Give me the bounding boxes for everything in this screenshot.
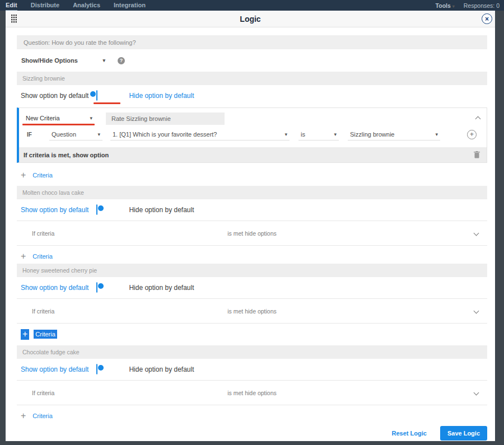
if-label: IF: [24, 132, 40, 138]
plus-icon[interactable]: +: [21, 329, 29, 340]
criteria-card: New Criteria ▾ Rate Sizzling brownie IF …: [17, 107, 487, 163]
condition-value-dropdown[interactable]: Sizzling brownie ▾: [348, 129, 440, 140]
question-bar: Question: How do you rate the following?: [17, 35, 487, 49]
save-logic-button[interactable]: Save Logic: [440, 426, 487, 441]
condition-question-value: 1. [Q1] Which is your favorite dessert?: [113, 131, 217, 138]
tab-integration[interactable]: Integration: [114, 1, 146, 10]
annotation-underline: [94, 102, 120, 104]
tab-edit[interactable]: Edit: [6, 1, 17, 11]
show-hide-toggle[interactable]: [96, 90, 97, 101]
add-condition-icon[interactable]: +: [467, 130, 477, 139]
logic-type-dropdown[interactable]: Show/Hide Options ▾: [21, 57, 105, 64]
tab-distribute[interactable]: Distribute: [31, 1, 59, 10]
add-criteria-label[interactable]: Criteria: [32, 413, 52, 419]
criteria-condition-row: IF Question ▾ 1. [Q1] Which is your favo…: [19, 127, 487, 147]
condition-operator-value: is: [301, 131, 305, 138]
show-option-label[interactable]: Show option by default: [21, 92, 88, 100]
toggle-knob: [98, 365, 104, 371]
condition-operator-dropdown[interactable]: is ▾: [298, 129, 339, 140]
toggle-row: Show option by default Hide option by de…: [17, 362, 487, 377]
annotation-underline: [22, 124, 95, 125]
criteria-name-dropdown[interactable]: New Criteria ▾: [24, 113, 94, 124]
toggle-row: Show option by default Hide option by de…: [17, 88, 487, 103]
show-option-label[interactable]: Show option by default: [21, 206, 88, 214]
show-option-label[interactable]: Show option by default: [21, 366, 88, 373]
show-hide-toggle[interactable]: [96, 364, 97, 374]
add-criteria-label[interactable]: Criteria: [34, 330, 57, 339]
criteria-result-text: If criteria is met, show option: [24, 152, 109, 158]
hide-option-label[interactable]: Hide option by default: [129, 284, 194, 292]
logic-modal: Logic × Question: How do you rate the fo…: [6, 11, 495, 441]
collapsed-criteria-left: If criteria: [32, 390, 54, 396]
responses-count: Responses: 0: [464, 2, 500, 9]
chevron-down-icon: ▾: [284, 132, 287, 137]
chevron-down-icon[interactable]: [474, 308, 479, 314]
add-criteria-link[interactable]: + Criteria: [17, 251, 487, 261]
close-icon[interactable]: ×: [482, 13, 492, 24]
trash-icon[interactable]: [474, 151, 480, 158]
condition-subject-value: Question: [52, 131, 76, 138]
help-icon[interactable]: ?: [118, 57, 125, 64]
modal-content: Question: How do you rate the following?…: [6, 27, 495, 441]
chevron-down-icon[interactable]: [474, 231, 479, 236]
hide-option-label[interactable]: Hide option by default: [129, 366, 194, 373]
modal-header: Logic ×: [6, 11, 495, 27]
criteria-result-bar: If criteria is met, show option: [19, 147, 487, 162]
hide-option-label[interactable]: Hide option by default: [129, 206, 194, 214]
collapsed-criteria-left: If criteria: [32, 230, 54, 237]
collapsed-criteria-left: If criteria: [32, 308, 54, 315]
chevron-up-icon[interactable]: [475, 116, 481, 122]
collapsed-criteria-row[interactable]: If criteria is met hide options: [17, 380, 487, 405]
section-header: Chocolate fudge cake: [17, 345, 487, 359]
chevron-down-icon: ▾: [97, 132, 100, 137]
toggle-row: Show option by default Hide option by de…: [17, 203, 487, 217]
collapsed-criteria-right: is met hide options: [227, 308, 277, 315]
condition-subject-dropdown[interactable]: Question ▾: [49, 129, 102, 140]
toggle-row: Show option by default Hide option by de…: [17, 280, 487, 295]
toggle-knob: [98, 283, 104, 289]
modal-footer: Reset Logic Save Logic: [17, 426, 487, 441]
show-hide-toggle[interactable]: [96, 282, 97, 293]
condition-value-value: Sizzling brownie: [350, 131, 394, 138]
plus-icon[interactable]: +: [21, 252, 26, 261]
add-criteria-link[interactable]: + Criteria: [17, 411, 487, 421]
chevron-down-icon: ▾: [90, 115, 92, 121]
top-navigation: Edit Distribute Analytics Integration To…: [0, 0, 504, 11]
show-hide-toggle[interactable]: [96, 204, 97, 215]
collapsed-criteria-right: is met hide options: [227, 390, 277, 396]
chevron-down-icon[interactable]: [474, 390, 479, 396]
logic-type-value: Show/Hide Options: [21, 57, 78, 64]
condition-question-dropdown[interactable]: 1. [Q1] Which is your favorite dessert? …: [110, 129, 290, 140]
plus-icon[interactable]: +: [21, 411, 26, 420]
section-header: Molten choco lava cake: [17, 186, 487, 199]
toggle-knob: [98, 205, 104, 211]
add-criteria-link[interactable]: + Criteria: [17, 170, 487, 180]
section-header: Sizzling brownie: [17, 72, 487, 85]
criteria-name-value: New Criteria: [26, 115, 60, 121]
add-criteria-label[interactable]: Criteria: [32, 172, 52, 179]
toggle-knob: [90, 91, 96, 97]
option-reference-field: Rate Sizzling brownie: [106, 113, 225, 125]
plus-icon[interactable]: +: [21, 171, 26, 180]
add-criteria-label[interactable]: Criteria: [32, 253, 52, 260]
tools-menu[interactable]: Tools ▾: [436, 2, 455, 9]
chevron-down-icon: ▾: [452, 4, 455, 9]
collapsed-criteria-right: is met hide options: [227, 230, 277, 237]
add-criteria-link-selected[interactable]: + Criteria: [17, 329, 487, 339]
reset-logic-button[interactable]: Reset Logic: [392, 430, 427, 437]
collapsed-criteria-row[interactable]: If criteria is met hide options: [17, 221, 487, 246]
modal-title: Logic: [6, 15, 495, 24]
chevron-down-icon: ▾: [435, 132, 438, 137]
tab-analytics[interactable]: Analytics: [73, 1, 100, 10]
criteria-card-header: New Criteria ▾ Rate Sizzling brownie: [19, 108, 487, 127]
show-option-label[interactable]: Show option by default: [21, 284, 88, 292]
chevron-down-icon: ▾: [334, 132, 337, 137]
logic-type-row: Show/Hide Options ▾ ?: [17, 54, 487, 67]
hide-option-label[interactable]: Hide option by default: [129, 92, 194, 100]
section-header: Honey sweetened cherry pie: [17, 264, 487, 277]
collapsed-criteria-row[interactable]: If criteria is met hide options: [17, 298, 487, 324]
chevron-down-icon: ▾: [102, 58, 105, 63]
